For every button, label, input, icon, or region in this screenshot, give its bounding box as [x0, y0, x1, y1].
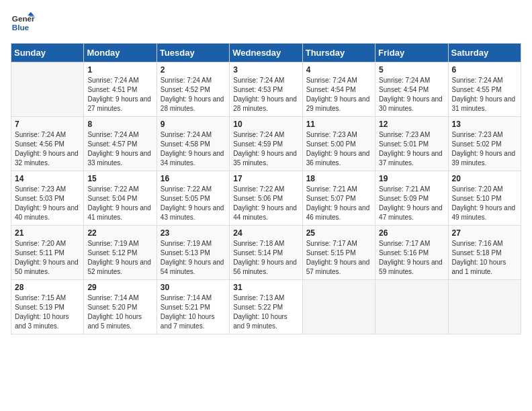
day-info: Sunrise: 7:23 AMSunset: 5:02 PMDaylight:… [452, 130, 517, 168]
calendar-cell: 2Sunrise: 7:24 AMSunset: 4:52 PMDaylight… [157, 62, 229, 117]
calendar-cell [375, 280, 448, 334]
day-number: 31 [233, 283, 298, 292]
calendar-week-row: 21Sunrise: 7:20 AMSunset: 5:11 PMDayligh… [11, 226, 521, 280]
calendar-cell: 27Sunrise: 7:16 AMSunset: 5:18 PMDayligh… [448, 226, 521, 280]
calendar-cell: 28Sunrise: 7:15 AMSunset: 5:19 PMDayligh… [11, 280, 84, 334]
day-number: 21 [15, 228, 80, 238]
calendar-cell: 14Sunrise: 7:23 AMSunset: 5:03 PMDayligh… [11, 171, 84, 226]
day-number: 28 [15, 283, 80, 292]
day-info: Sunrise: 7:24 AMSunset: 4:56 PMDaylight:… [15, 130, 80, 168]
calendar-cell: 29Sunrise: 7:14 AMSunset: 5:20 PMDayligh… [84, 280, 157, 334]
day-info: Sunrise: 7:23 AMSunset: 5:03 PMDaylight:… [15, 185, 80, 222]
calendar-cell [11, 62, 84, 117]
weekday-header: Thursday [302, 44, 375, 62]
day-info: Sunrise: 7:19 AMSunset: 5:13 PMDaylight:… [161, 239, 226, 277]
day-number: 5 [379, 65, 444, 75]
weekday-header: Friday [375, 44, 448, 62]
calendar-cell: 9Sunrise: 7:24 AMSunset: 4:58 PMDaylight… [157, 117, 229, 171]
day-info: Sunrise: 7:23 AMSunset: 5:01 PMDaylight:… [379, 130, 444, 168]
calendar-cell: 6Sunrise: 7:24 AMSunset: 4:55 PMDaylight… [448, 62, 521, 117]
day-info: Sunrise: 7:24 AMSunset: 4:59 PMDaylight:… [233, 130, 298, 168]
calendar-cell: 17Sunrise: 7:22 AMSunset: 5:06 PMDayligh… [230, 171, 302, 226]
weekday-header: Saturday [448, 44, 521, 62]
calendar-week-row: 14Sunrise: 7:23 AMSunset: 5:03 PMDayligh… [11, 171, 521, 226]
day-number: 10 [233, 120, 298, 129]
day-number: 29 [87, 283, 152, 292]
calendar-cell [448, 280, 521, 334]
calendar-table: SundayMondayTuesdayWednesdayThursdayFrid… [11, 43, 521, 334]
calendar-cell: 31Sunrise: 7:13 AMSunset: 5:22 PMDayligh… [230, 280, 302, 334]
calendar-cell: 16Sunrise: 7:22 AMSunset: 5:05 PMDayligh… [157, 171, 229, 226]
day-info: Sunrise: 7:17 AMSunset: 5:16 PMDaylight:… [379, 239, 444, 277]
day-info: Sunrise: 7:20 AMSunset: 5:11 PMDaylight:… [15, 239, 80, 277]
calendar-cell: 5Sunrise: 7:24 AMSunset: 4:54 PMDaylight… [375, 62, 448, 117]
day-info: Sunrise: 7:24 AMSunset: 4:58 PMDaylight:… [161, 130, 226, 168]
logo-icon: General Blue [11, 11, 35, 35]
calendar-cell: 3Sunrise: 7:24 AMSunset: 4:53 PMDaylight… [230, 62, 302, 117]
calendar-cell: 20Sunrise: 7:20 AMSunset: 5:10 PMDayligh… [448, 171, 521, 226]
calendar-week-row: 7Sunrise: 7:24 AMSunset: 4:56 PMDaylight… [11, 117, 521, 171]
day-info: Sunrise: 7:19 AMSunset: 5:12 PMDaylight:… [87, 239, 152, 277]
day-number: 14 [15, 174, 80, 183]
day-info: Sunrise: 7:20 AMSunset: 5:10 PMDaylight:… [452, 185, 517, 222]
day-info: Sunrise: 7:24 AMSunset: 4:53 PMDaylight:… [233, 76, 298, 113]
weekday-header: Tuesday [157, 44, 229, 62]
weekday-header: Sunday [11, 44, 84, 62]
calendar-cell: 18Sunrise: 7:21 AMSunset: 5:07 PMDayligh… [302, 171, 375, 226]
calendar-week-row: 28Sunrise: 7:15 AMSunset: 5:19 PMDayligh… [11, 280, 521, 334]
day-number: 7 [15, 120, 80, 129]
calendar-cell: 10Sunrise: 7:24 AMSunset: 4:59 PMDayligh… [230, 117, 302, 171]
day-number: 4 [306, 65, 371, 75]
calendar-cell: 19Sunrise: 7:21 AMSunset: 5:09 PMDayligh… [375, 171, 448, 226]
day-number: 23 [161, 228, 226, 238]
calendar-cell: 26Sunrise: 7:17 AMSunset: 5:16 PMDayligh… [375, 226, 448, 280]
day-number: 16 [161, 174, 226, 183]
calendar-cell: 22Sunrise: 7:19 AMSunset: 5:12 PMDayligh… [84, 226, 157, 280]
calendar-cell: 13Sunrise: 7:23 AMSunset: 5:02 PMDayligh… [448, 117, 521, 171]
day-info: Sunrise: 7:17 AMSunset: 5:15 PMDaylight:… [306, 239, 371, 277]
day-number: 13 [452, 120, 517, 129]
calendar-header-row: SundayMondayTuesdayWednesdayThursdayFrid… [11, 44, 521, 62]
day-info: Sunrise: 7:13 AMSunset: 5:22 PMDaylight:… [233, 293, 298, 331]
calendar-cell: 23Sunrise: 7:19 AMSunset: 5:13 PMDayligh… [157, 226, 229, 280]
day-info: Sunrise: 7:24 AMSunset: 4:57 PMDaylight:… [87, 130, 152, 168]
calendar-cell: 21Sunrise: 7:20 AMSunset: 5:11 PMDayligh… [11, 226, 84, 280]
day-number: 6 [452, 65, 517, 75]
logo: General Blue [11, 11, 35, 35]
day-info: Sunrise: 7:22 AMSunset: 5:06 PMDaylight:… [233, 185, 298, 222]
day-info: Sunrise: 7:24 AMSunset: 4:51 PMDaylight:… [87, 76, 152, 113]
day-info: Sunrise: 7:22 AMSunset: 5:05 PMDaylight:… [161, 185, 226, 222]
day-number: 30 [161, 283, 226, 292]
day-info: Sunrise: 7:24 AMSunset: 4:54 PMDaylight:… [379, 76, 444, 113]
day-number: 27 [452, 228, 517, 238]
day-number: 18 [306, 174, 371, 183]
calendar-cell [302, 280, 375, 334]
day-number: 9 [161, 120, 226, 129]
day-info: Sunrise: 7:16 AMSunset: 5:18 PMDaylight:… [452, 239, 517, 277]
calendar-cell: 15Sunrise: 7:22 AMSunset: 5:04 PMDayligh… [84, 171, 157, 226]
day-number: 25 [306, 228, 371, 238]
day-info: Sunrise: 7:22 AMSunset: 5:04 PMDaylight:… [87, 185, 152, 222]
calendar-cell: 30Sunrise: 7:14 AMSunset: 5:21 PMDayligh… [157, 280, 229, 334]
day-number: 22 [87, 228, 152, 238]
day-info: Sunrise: 7:14 AMSunset: 5:21 PMDaylight:… [161, 293, 226, 331]
day-number: 15 [87, 174, 152, 183]
calendar-week-row: 1Sunrise: 7:24 AMSunset: 4:51 PMDaylight… [11, 62, 521, 117]
day-number: 12 [379, 120, 444, 129]
weekday-header: Wednesday [230, 44, 302, 62]
day-info: Sunrise: 7:24 AMSunset: 4:55 PMDaylight:… [452, 76, 517, 113]
page-header: General Blue [11, 11, 521, 35]
day-info: Sunrise: 7:21 AMSunset: 5:09 PMDaylight:… [379, 185, 444, 222]
weekday-header: Monday [84, 44, 157, 62]
day-number: 17 [233, 174, 298, 183]
day-number: 3 [233, 65, 298, 75]
day-number: 20 [452, 174, 517, 183]
day-number: 26 [379, 228, 444, 238]
calendar-cell: 7Sunrise: 7:24 AMSunset: 4:56 PMDaylight… [11, 117, 84, 171]
calendar-cell: 1Sunrise: 7:24 AMSunset: 4:51 PMDaylight… [84, 62, 157, 117]
svg-text:Blue: Blue [12, 23, 30, 32]
day-number: 19 [379, 174, 444, 183]
day-info: Sunrise: 7:24 AMSunset: 4:54 PMDaylight:… [306, 76, 371, 113]
calendar-cell: 4Sunrise: 7:24 AMSunset: 4:54 PMDaylight… [302, 62, 375, 117]
calendar-cell: 11Sunrise: 7:23 AMSunset: 5:00 PMDayligh… [302, 117, 375, 171]
